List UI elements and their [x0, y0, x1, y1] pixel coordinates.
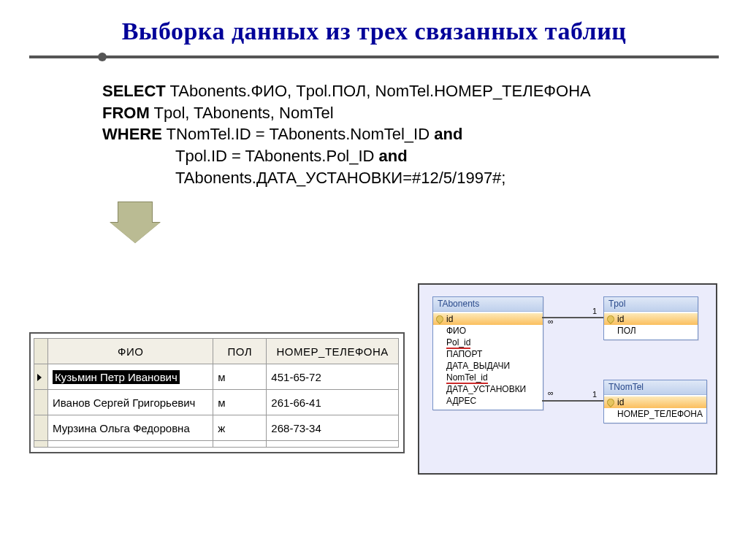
- cell-pol: м: [213, 364, 267, 390]
- results-header-row: ФИО ПОЛ НОМЕР_ТЕЛЕФОНА: [34, 339, 399, 364]
- row-selector-icon[interactable]: [34, 364, 48, 390]
- cell-fio: Мурзина Ольга Федоровна: [48, 415, 213, 441]
- field-pk: id: [433, 313, 543, 325]
- table-title: TAbonents: [433, 297, 543, 312]
- field-pk: id: [604, 313, 698, 325]
- table-row[interactable]: Мурзина Ольга Федоровна ж 268-73-34: [34, 415, 399, 441]
- cell-pol: м: [213, 390, 267, 415]
- cardinality-many: ∞: [548, 317, 554, 326]
- sql-line-where3: TAbonents.ДАТА_УСТАНОВКИ=#12/5/1997#;: [102, 167, 748, 189]
- field: ФИО: [433, 325, 543, 337]
- col-header-pol: ПОЛ: [213, 339, 267, 364]
- field: ПОЛ: [604, 325, 698, 337]
- relationship-diagram: TAbonents id ФИО Pol_id ПАПОРТ ДАТА_ВЫДА…: [418, 283, 717, 475]
- cardinality-one: 1: [592, 307, 597, 315]
- table-title: Tpol: [604, 297, 698, 312]
- cardinality-one: 1: [592, 390, 597, 399]
- sql-line-where2: Tpol.ID = TAbonents.Pol_ID and: [102, 145, 748, 167]
- table-title: TNomTel: [604, 380, 706, 395]
- col-header-tel: НОМЕР_ТЕЛЕФОНА: [267, 339, 399, 364]
- cell-tel: 451-65-72: [267, 364, 399, 390]
- field-list: id ПОЛ: [604, 312, 698, 340]
- field: ПАПОРТ: [433, 348, 543, 360]
- table-window-tnomtel[interactable]: TNomTel id НОМЕР_ТЕЛЕФОНА: [603, 380, 707, 423]
- results-table: ФИО ПОЛ НОМЕР_ТЕЛЕФОНА Кузьмин Петр Иван…: [34, 338, 399, 448]
- field: АДРЕС: [433, 395, 543, 407]
- cell-pol: ж: [213, 415, 267, 441]
- sql-query-block: SELECT TAbonents.ФИО, Tpol.ПОЛ, NomTel.Н…: [102, 80, 748, 188]
- field-pk: id: [604, 396, 706, 408]
- field: ДАТА_УСТАНОВКИ: [433, 383, 543, 395]
- field-list: id ФИО Pol_id ПАПОРТ ДАТА_ВЫДАЧИ NomTel_…: [433, 312, 543, 410]
- cell-fio: Иванов Сергей Григорьевич: [48, 390, 213, 415]
- slide: Выборка данных из трех связанных таблиц …: [0, 0, 748, 560]
- results-panel: ФИО ПОЛ НОМЕР_ТЕЛЕФОНА Кузьмин Петр Иван…: [29, 332, 405, 453]
- slide-title: Выборка данных из трех связанных таблиц: [0, 0, 748, 53]
- relation-line: [542, 400, 571, 402]
- table-window-tpol[interactable]: Tpol id ПОЛ: [603, 296, 698, 340]
- field-list: id НОМЕР_ТЕЛЕФОНА: [604, 395, 706, 423]
- field: ДАТА_ВЫДАЧИ: [433, 360, 543, 372]
- cell-fio: Кузьмин Петр Иванович: [48, 364, 213, 390]
- table-row-empty: [34, 441, 399, 448]
- sql-line-where1: WHERE TNomTel.ID = TAbonents.NomTel_ID a…: [102, 123, 748, 145]
- table-row[interactable]: Иванов Сергей Григорьевич м 261-66-41: [34, 390, 399, 415]
- field: NomTel_id: [433, 372, 543, 383]
- sql-line-select: SELECT TAbonents.ФИО, Tpol.ПОЛ, NomTel.Н…: [102, 80, 748, 102]
- row-selector-icon[interactable]: [34, 415, 48, 441]
- col-header-fio: ФИО: [48, 339, 213, 364]
- field: НОМЕР_ТЕЛЕФОНА: [604, 408, 706, 420]
- table-window-tabonents[interactable]: TAbonents id ФИО Pol_id ПАПОРТ ДАТА_ВЫДА…: [432, 296, 543, 410]
- cell-tel: 268-73-34: [267, 415, 399, 441]
- cardinality-many: ∞: [548, 388, 554, 397]
- cell-tel: 261-66-41: [267, 390, 399, 415]
- down-arrow-icon: [110, 202, 161, 253]
- table-row[interactable]: Кузьмин Петр Иванович м 451-65-72: [34, 364, 399, 390]
- sql-line-from: FROM Tpol, TAbonents, NomTel: [102, 102, 748, 124]
- title-separator: [29, 55, 719, 58]
- field: Pol_id: [433, 337, 543, 348]
- relation-line: [571, 400, 603, 402]
- row-selector-icon[interactable]: [34, 390, 48, 415]
